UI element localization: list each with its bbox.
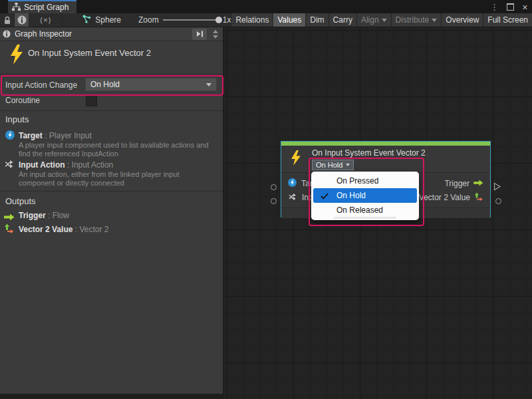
menu-item-on-released[interactable]: On Released [311, 203, 419, 217]
port-action-connector[interactable] [271, 198, 277, 204]
input-action-change-row: Input Action Change On Hold [0, 76, 223, 94]
inspector-toggle-button[interactable] [15, 13, 29, 27]
inputs-heading: Inputs [5, 114, 29, 124]
node-title: On Input System Event Vector 2 [312, 148, 426, 158]
close-icon[interactable] [522, 1, 528, 13]
shuffle-arrows-icon [288, 192, 297, 203]
code-view-button[interactable] [29, 13, 63, 27]
node-action-dropdown[interactable]: On Hold [312, 160, 354, 170]
code-icon [40, 16, 52, 25]
maximize-icon[interactable] [507, 3, 514, 11]
values-button[interactable]: Values [273, 13, 305, 27]
info-icon [3, 30, 11, 38]
port-trigger-connector[interactable] [493, 182, 501, 194]
inspected-node-title: On Input System Event Vector 2 [28, 48, 151, 58]
tab-label: Script Graph [24, 3, 68, 12]
panel-title: Graph Inspector [15, 29, 72, 39]
graph-inspector-panel: Graph Inspector On Input System Event Ve… [0, 27, 223, 394]
menu-item-on-pressed[interactable]: On Pressed [311, 174, 419, 188]
dock-icon [196, 31, 203, 37]
player-input-icon [5, 130, 15, 142]
share-icon [82, 15, 91, 25]
action-dropdown-menu: On Pressed On Hold On Released [311, 172, 419, 220]
coroutine-label: Coroutine [5, 96, 40, 105]
green-arrow-icon [4, 211, 15, 223]
zoom-slider[interactable] [163, 19, 219, 21]
chevron-down-icon [206, 83, 211, 86]
align-button[interactable]: Align [356, 13, 391, 27]
graph-owner-label: Sphere [95, 15, 121, 25]
target-description: A player input component used to list av… [19, 141, 209, 158]
lightning-bolt-icon [8, 44, 25, 68]
zoom-value: 1x [223, 15, 231, 25]
relations-button[interactable]: Relations [231, 13, 273, 27]
graph-toolbar: Sphere Zoom 1x Relations Values Dim Carr… [0, 13, 532, 27]
action-description: An input action, either from the linked … [19, 170, 180, 188]
divider [0, 191, 223, 192]
coroutine-row: Coroutine [0, 94, 223, 108]
vector2-arrows-icon [4, 223, 15, 237]
coroutine-checkbox[interactable] [86, 95, 97, 106]
input-port-action: Input Action : Input Action [19, 160, 113, 170]
input-action-change-label: Input Action Change [5, 80, 77, 90]
chevron-down-icon [432, 19, 437, 22]
port-target-connector[interactable] [271, 184, 277, 190]
dim-button[interactable]: Dim [305, 13, 328, 27]
chevron-down-icon [213, 35, 218, 39]
hierarchy-icon [12, 3, 21, 13]
carry-button[interactable]: Carry [329, 13, 356, 27]
player-input-icon [288, 178, 297, 189]
zoom-control: Zoom 1x [138, 13, 231, 27]
overview-button[interactable]: Overview [441, 13, 483, 27]
output-port-trigger: Trigger : Flow [19, 211, 69, 220]
shuffle-arrows-icon [4, 159, 15, 172]
outputs-heading: Outputs [5, 196, 36, 206]
kebab-menu-icon[interactable] [491, 1, 499, 13]
menu-item-on-hold[interactable]: On Hold [313, 188, 417, 203]
tab-script-graph[interactable]: Script Graph [8, 0, 76, 13]
checkmark-icon [321, 192, 329, 201]
output-port-vector2: Vector 2 Value : Vector 2 [19, 225, 108, 234]
chevron-down-icon [382, 19, 387, 22]
port-vector2-connector[interactable] [495, 198, 501, 204]
graph-inspector-header: Graph Inspector [0, 27, 223, 41]
zoom-label: Zoom [138, 15, 159, 25]
input-port-target: Target : Player Input [19, 131, 92, 140]
divider [0, 74, 223, 74]
info-icon [17, 15, 27, 25]
menu-scroll-hint [334, 217, 396, 219]
green-arrow-icon [473, 179, 483, 188]
zoom-slider-handle[interactable] [215, 17, 222, 23]
chevron-down-icon [346, 164, 350, 166]
fullscreen-button[interactable]: Full Screen [483, 13, 532, 27]
graph-owner-breadcrumb[interactable]: Sphere [82, 13, 121, 27]
dock-panel-button[interactable] [192, 29, 207, 40]
lock-icon[interactable] [0, 13, 15, 27]
chevron-up-icon [213, 30, 218, 33]
lightning-bolt-icon [289, 149, 303, 170]
input-action-change-dropdown[interactable]: On Hold [85, 78, 217, 91]
divider [0, 110, 223, 111]
node-header[interactable]: On Input System Event Vector 2 On Hold [281, 146, 490, 172]
panel-spinner[interactable] [211, 29, 220, 40]
distribute-button[interactable]: Distribute [391, 13, 442, 27]
vector2-arrows-icon [474, 192, 483, 203]
window-tab-bar: Script Graph [0, 0, 532, 13]
